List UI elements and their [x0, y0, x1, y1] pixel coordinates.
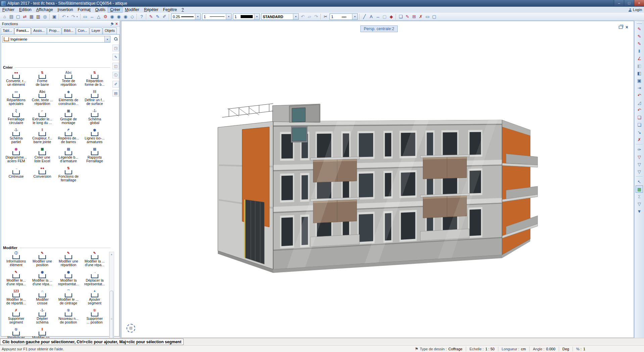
menu-item-affichage[interactable]: Affichage	[34, 7, 55, 13]
tool-distribution-text[interactable]: AbcTexte derépartition	[55, 71, 82, 89]
open-document-icon[interactable]: ⇄	[21, 13, 28, 20]
login-area[interactable]: Login	[629, 8, 642, 12]
info-icon[interactable]: ⓘ	[112, 72, 119, 78]
panel-header[interactable]: Fonctions ×	[0, 21, 120, 27]
measure-icon[interactable]: ↔	[89, 13, 95, 20]
box-3d-icon[interactable]: ◇	[129, 13, 136, 20]
close-button[interactable]: ×	[634, 0, 644, 6]
tool-add-segment[interactable]: +Ajoutersegment	[82, 289, 108, 307]
pin-pen-icon[interactable]: ✎	[148, 13, 154, 20]
screen-icon[interactable]: ▭	[424, 13, 431, 20]
close-view-icon[interactable]: ×	[626, 25, 628, 29]
detach-icon[interactable]: ◳	[112, 45, 119, 51]
status-field-value[interactable]: 1	[583, 347, 585, 351]
mirror-icon[interactable]: ◧	[636, 69, 643, 77]
mirror-off-icon[interactable]: ◧	[636, 62, 643, 69]
filter-line-icon[interactable]: ▽	[636, 153, 643, 161]
menu-item-format[interactable]: Format	[76, 7, 93, 13]
edit-icon[interactable]: ✐	[112, 81, 119, 87]
pen-icon[interactable]: ✐	[161, 13, 168, 20]
sketch-icon[interactable]: ✎	[112, 54, 119, 60]
eyedropper-icon[interactable]: ✑	[636, 146, 643, 153]
pin-pencil-icon[interactable]: ✎	[636, 33, 643, 40]
view-eye-icon[interactable]: ◉	[109, 13, 115, 20]
tab-layer[interactable]: Layer	[90, 27, 102, 34]
tool-surface-reinforcement[interactable]: ‖‖Définir un f...de surface	[82, 90, 108, 108]
chevron-down-icon[interactable]: ▾	[77, 15, 79, 18]
tool-element-info[interactable]: ⓘInformationsélément	[3, 251, 29, 269]
tool-partial-schema[interactable]: -1-Schémapartiel	[3, 128, 29, 146]
tool-reinforcement-legend[interactable]: ▤Légende b...d'armature	[55, 147, 82, 165]
tool-unfold-schema[interactable]: -1-Déplierschéma	[29, 308, 55, 327]
module-select[interactable]: Ingénierie ▾	[2, 36, 110, 43]
tool-bending-machine[interactable]: →Cintreuse	[3, 166, 29, 184]
save-icon[interactable]: ▦	[28, 13, 35, 20]
status-field-value[interactable]: 0.000	[546, 347, 555, 351]
search-icon[interactable]	[114, 37, 117, 41]
ruler-icon[interactable]: ▭	[82, 13, 89, 20]
tool-excel-list[interactable]: ▦Créer uneliste Excel	[29, 147, 55, 165]
tool-move-representation[interactable]: →Déplacer lareprésentat...	[82, 270, 108, 288]
status-field-value[interactable]: cm	[521, 347, 526, 351]
tool-iso-lines-reinforcement[interactable]: ◉Lignes iso-...armatures	[82, 128, 108, 146]
tool-bar-marks[interactable]: ↱Repères de...de barres	[55, 128, 82, 146]
tool-modify-representation[interactable]: ◉Modifier lareprésentat...	[55, 270, 82, 288]
tool-fem-steel-diagram[interactable]: ◉Diagramme...aciers FEM	[3, 147, 29, 165]
move-icon[interactable]: ⇥	[636, 84, 643, 92]
tool-reinforcement-reports[interactable]: ▤RapportsFerraillage	[82, 147, 108, 165]
flag-grey-icon[interactable]: ▱	[306, 13, 313, 20]
window-close-icon[interactable]: ✗	[417, 13, 424, 20]
path-pencil-icon[interactable]: ✎	[636, 40, 643, 47]
chevron-down-icon[interactable]: ▾	[67, 15, 70, 18]
eraser-icon[interactable]: ◆	[388, 13, 395, 20]
tools-icon[interactable]: ⚙	[102, 13, 109, 20]
draw-text-icon[interactable]: A	[368, 13, 375, 20]
tool-modify-hook[interactable]: ∩Modifiercrosse	[29, 289, 55, 307]
align-icon[interactable]: ‖	[636, 47, 643, 55]
select-arrow-icon[interactable]: ↖	[636, 178, 643, 185]
component-icon[interactable]: ◫	[112, 63, 119, 69]
restore-window-icon[interactable]	[619, 26, 623, 29]
redo-grey-icon[interactable]: ↷	[313, 13, 319, 20]
tool-delete-position[interactable]: ①Supprimer... position	[82, 308, 108, 327]
status-field-value[interactable]: Deg	[562, 347, 569, 351]
tab-fonct[interactable]: Fonct...	[14, 27, 31, 34]
sum-icon[interactable]: Σ	[636, 193, 643, 200]
tool-modify-position[interactable]: ✎Modifier uneposition	[29, 251, 55, 269]
scroll-up-icon[interactable]: ▲	[109, 252, 114, 256]
window-edit-icon[interactable]: ✎	[404, 13, 411, 20]
tool-modify-distribution-count[interactable]: ✎Modifier le...d'une répa...	[3, 270, 29, 288]
move-3d-icon[interactable]: ❏	[636, 114, 643, 121]
menu-item-fentre[interactable]: Fenêtre	[161, 7, 179, 13]
layer-select[interactable]: STANDARD▾	[261, 13, 299, 20]
view-doc-icon[interactable]: ◉	[115, 13, 122, 20]
window-grid-icon[interactable]: ⊞	[411, 13, 417, 20]
edit-pencil-icon[interactable]: ✎	[636, 25, 643, 33]
tool-global-schema[interactable]: -1-Schémaglobal	[82, 109, 108, 127]
stretch-icon[interactable]: ↘	[636, 128, 643, 136]
menu-item-rpter[interactable]: Répéter	[142, 7, 161, 13]
angle-pencil-icon[interactable]: ∠	[636, 55, 643, 62]
tab-objets[interactable]: Objets	[103, 27, 117, 34]
tool-modify-distribution-view[interactable]: ◉Modifier la ...d'une répa...	[29, 270, 55, 288]
tool-modify-bending[interactable]: ⌒Modifier le ...de cintrage	[55, 289, 82, 307]
select-area-icon[interactable]: ▩	[636, 185, 643, 193]
tool-bar-shape-distribution[interactable]: ⇅Répartitionforme de b...	[82, 71, 108, 89]
page-icon[interactable]: ▢	[431, 13, 438, 20]
filter-menu-icon[interactable]: ▼	[636, 208, 643, 215]
tool-modify-distribution-prop[interactable]: ✎Modifier la ...d'une répa...	[82, 251, 108, 269]
help-icon[interactable]: ?	[138, 13, 145, 20]
undo-icon[interactable]: ↶	[60, 13, 67, 20]
dimension-icon[interactable]: ↔	[375, 13, 381, 20]
new-document-icon[interactable]: ▢	[15, 13, 21, 20]
status-field-value[interactable]: Coffrage	[448, 347, 462, 351]
menu-item-fichier[interactable]: Fichier	[0, 7, 17, 13]
pin-icon[interactable]	[111, 22, 114, 25]
tool-assembly-group[interactable]: ▣Groupe demontage	[55, 109, 82, 127]
tool-circular-reinforcement[interactable]: ξFerraillagecirculaire	[3, 109, 29, 127]
paste-clipboard-icon[interactable]: ▣	[51, 13, 58, 20]
stack-icon[interactable]: ❏	[636, 121, 643, 128]
mirror-copy-icon[interactable]: ◿	[636, 99, 643, 106]
project-list-icon[interactable]: ▤	[8, 13, 15, 20]
tool-modify-distribution-number[interactable]: 123Modifier le...de répartiti...	[3, 289, 29, 307]
